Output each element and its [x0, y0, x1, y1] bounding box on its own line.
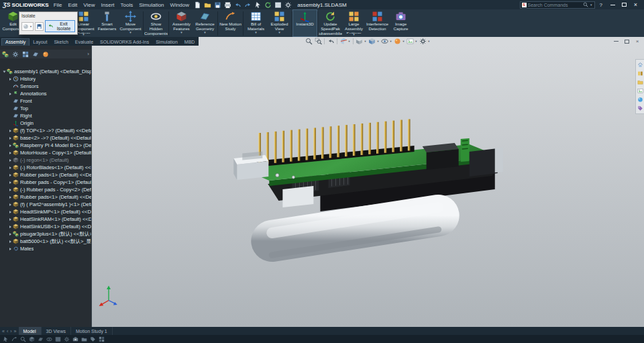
apply-scene-icon[interactable]: ▼	[406, 38, 419, 45]
tree-item-pisugar3plus-1[interactable]: pisugar3plus<1> (默认) <<默认>_显	[0, 230, 91, 238]
ribbon-smart-fasteners[interactable]: Smart Fasteners	[95, 10, 119, 36]
tab-solidworks-add-ins[interactable]: SOLIDWORKS Add-Ins	[97, 39, 152, 46]
ribbon-reference-geometry[interactable]: Reference Geometry▼	[193, 10, 217, 36]
tree-item-raspberry-pi-4-model-b-1-default[interactable]: Raspberry Pi 4 Model B<1> (Default	[0, 142, 91, 149]
configurationmanager-tab[interactable]	[22, 51, 29, 58]
expand-arrow-icon[interactable]	[7, 211, 13, 213]
tab-evaluate[interactable]: Evaluate	[72, 39, 97, 46]
open-icon[interactable]	[204, 1, 211, 9]
dimxpertmanager-tab[interactable]	[32, 51, 39, 58]
close-button[interactable]: ×	[630, 1, 641, 9]
expand-arrow-icon[interactable]	[7, 203, 13, 206]
featuremanager-design-tree-tab[interactable]	[2, 51, 9, 58]
expand-arrow-icon[interactable]	[1, 70, 7, 73]
display-style-icon[interactable]: ▼	[368, 38, 380, 45]
expand-arrow-icon[interactable]	[7, 93, 13, 95]
menu-tools[interactable]: Tools	[121, 2, 133, 8]
tree-item-batt5000-1[interactable]: batt5000<1> (默认) <<默认>_显示	[0, 238, 91, 245]
view-settings-icon[interactable]: ▼	[419, 38, 431, 45]
document-minimize-button[interactable]	[612, 38, 620, 45]
tree-item-f-top-1-default-default[interactable]: (f) TOP<1> ->? (Default) <<Default	[0, 127, 91, 134]
tree-item-rubber-pads-1-default-defa[interactable]: Rubber pads<1> (Default) <<Defa	[0, 193, 91, 201]
tree-item-mates[interactable]: Mates	[0, 245, 91, 252]
expand-arrow-icon[interactable]	[7, 166, 13, 169]
usb-connector[interactable]	[282, 186, 313, 207]
section-view-icon[interactable]: ▼	[339, 38, 352, 45]
print-icon[interactable]	[224, 1, 231, 9]
tab-layout[interactable]: Layout	[30, 39, 50, 46]
document-close-button[interactable]: ×	[633, 38, 641, 45]
expand-arrow-icon[interactable]	[7, 226, 13, 228]
view-palette-icon[interactable]	[637, 88, 643, 94]
expand-arrow-icon[interactable]	[7, 218, 13, 221]
ribbon-image-capture[interactable]: Image Capture	[389, 10, 413, 36]
ribbon-bill-of-materials[interactable]: Bill of Materials▼	[244, 10, 268, 36]
expand-arrow-icon[interactable]	[7, 159, 13, 162]
expand-arrow-icon[interactable]	[7, 174, 13, 177]
menu-insert[interactable]: Insert	[101, 2, 115, 8]
expand-arrow-icon[interactable]	[7, 181, 13, 184]
doc-tab-model[interactable]: Model	[19, 327, 42, 335]
status-folder-icon[interactable]	[81, 336, 87, 342]
minimize-button[interactable]	[607, 1, 619, 9]
menu-edit[interactable]: Edit	[68, 2, 78, 8]
search-dropdown-icon[interactable]: ▼	[590, 3, 592, 7]
new-document-icon[interactable]	[194, 1, 201, 9]
tree-item-regon-1-default[interactable]: (-) regon<1> (Default)	[0, 156, 91, 164]
isolate-save-display-state-icon[interactable]	[35, 22, 44, 31]
expand-arrow-icon[interactable]	[7, 144, 13, 147]
status-plane-icon[interactable]	[38, 336, 44, 342]
tab-sketch[interactable]: Sketch	[50, 39, 71, 46]
solidworks-resources-icon[interactable]	[637, 62, 643, 68]
tab-simulation[interactable]: Simulation	[152, 39, 181, 46]
ribbon-large-assembly-settings[interactable]: Large Assembly Settings▼	[342, 10, 366, 36]
expand-arrow-icon[interactable]	[7, 189, 13, 191]
ribbon-move-component[interactable]: Move Component▼	[119, 10, 142, 36]
tab-assembly[interactable]: Assembly	[1, 38, 30, 46]
file-properties-icon[interactable]	[274, 1, 282, 9]
hide-show-items-icon[interactable]: ▼	[380, 38, 393, 45]
expand-arrow-icon[interactable]	[7, 130, 13, 132]
design-library-icon[interactable]	[637, 70, 643, 77]
status-sketch-icon[interactable]	[11, 336, 17, 342]
ethernet-port[interactable]	[233, 152, 268, 180]
select-icon[interactable]	[254, 1, 262, 9]
status-zoom-icon[interactable]	[20, 336, 26, 342]
tree-item-heatsinkram-1-default-defa[interactable]: HeatSinkRAM<1> (Default) <<Defa	[0, 215, 91, 223]
tree-item-history[interactable]: History	[0, 75, 91, 83]
options-icon[interactable]	[284, 1, 292, 9]
exit-isolate-button[interactable]: Exit Isolate	[45, 20, 75, 32]
assembly-3d-model[interactable]	[92, 46, 644, 327]
zoom-to-area-icon[interactable]	[313, 38, 323, 45]
ribbon-update-speedpak-subassemblies[interactable]: Update SpeedPak Subassemblies	[319, 10, 342, 36]
tree-item-f-part2-assembly1-1-defaul[interactable]: (f) ( Part2^assembly1 )<1> (Defaul	[0, 201, 91, 208]
tree-item-rubber-pads-copy-2-default[interactable]: (-) Rubber pads - Copy<2> (Default	[0, 186, 91, 193]
tree-item-motorhouse-copy-1-default[interactable]: MotorHouse - Copy<1> (Default) <	[0, 149, 91, 156]
zoom-to-fit-icon[interactable]	[304, 38, 313, 45]
status-eye-icon[interactable]	[46, 336, 52, 342]
ribbon-instant3d[interactable]: Instant3D	[293, 10, 317, 36]
status-gear-icon[interactable]	[64, 336, 70, 342]
tree-item-top[interactable]: Top	[0, 105, 91, 112]
edit-appearance-icon[interactable]: ▼	[393, 38, 406, 45]
tree-item-headtsinkmp-1-default-defau[interactable]: HeadtSinkMP<1> (Default) <<Defau	[0, 208, 91, 215]
isolate-display-dropdown-icon[interactable]: ▼	[21, 22, 34, 31]
tree-item-rotorblades-1-default-defa[interactable]: (-) RotorBlades<1> (Default) <<Defa	[0, 164, 91, 171]
menu-view[interactable]: View	[83, 2, 95, 8]
search-icon[interactable]	[583, 2, 588, 7]
status-cube-icon[interactable]	[29, 336, 35, 342]
status-cubes-icon[interactable]	[99, 336, 105, 342]
maximize-button[interactable]	[619, 1, 630, 9]
expand-arrow-icon[interactable]	[7, 152, 13, 154]
ribbon-interference-detection[interactable]: Interference Detection	[366, 10, 389, 36]
ribbon-assembly-features[interactable]: Assembly Features▼	[170, 10, 193, 36]
doc-tab-motion-study-1[interactable]: Motion Study 1	[71, 327, 113, 335]
previous-view-icon[interactable]	[326, 38, 335, 45]
tab-scroll-3[interactable]: »	[14, 329, 17, 334]
tree-item-rubber-pads-copy-1-default[interactable]: Rubber pads - Copy<1> (Default) <	[0, 179, 91, 186]
expand-arrow-icon[interactable]	[7, 78, 13, 81]
menu-file[interactable]: File	[54, 2, 62, 8]
appearances-icon[interactable]	[637, 97, 643, 103]
menu-window[interactable]: Window	[170, 2, 189, 8]
undo-icon[interactable]	[234, 1, 241, 9]
